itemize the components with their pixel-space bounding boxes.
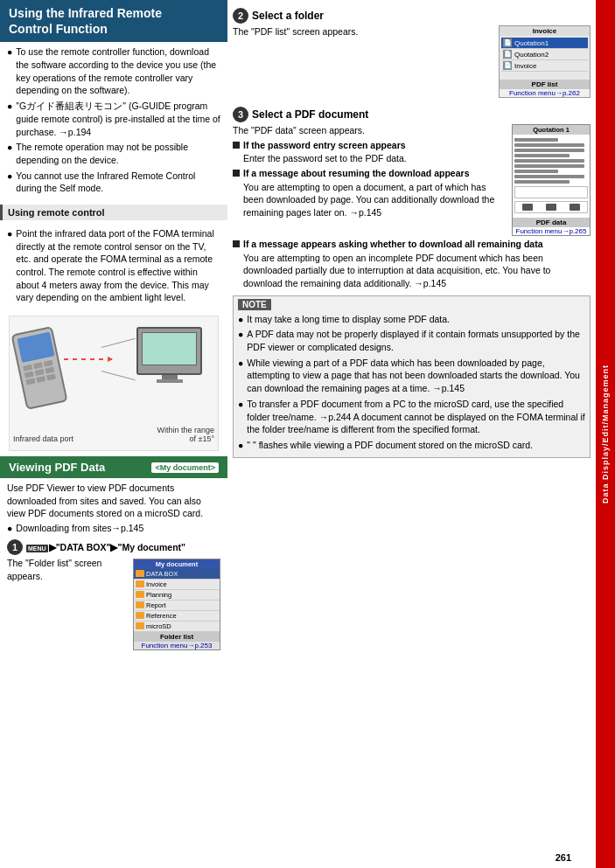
within-range-label: Within the rangeof ±15° <box>157 426 214 443</box>
note-box: NOTE ● It may take a long time to displa… <box>233 295 591 458</box>
sub-item-password: If the password entry screen appears <box>233 140 507 152</box>
sidebar-right: Data Display/Edit/Management <box>596 0 615 868</box>
step2-body: Invoice 📄 Quotation1 📄 Quotation2 📄 I <box>233 25 591 101</box>
list-item: ● Point the infrared data port of the FO… <box>7 227 220 304</box>
right-column: 2 Select a folder Invoice 📄 Quotation1 📄 <box>227 0 596 868</box>
pdf-list-screen: Invoice 📄 Quotation1 📄 Quotation2 📄 I <box>499 25 591 98</box>
list-item: ● While viewing a part of a PDF data whi… <box>238 357 585 395</box>
infrared-illustration: ▶ Infrared data port Within the rangeof … <box>9 316 219 451</box>
sidebar-label: Data Display/Edit/Management <box>601 365 610 503</box>
list-item: ● To transfer a PDF document from a PC t… <box>238 398 585 436</box>
page: Using the Infrared Remote Control Functi… <box>0 0 615 868</box>
list-item: ● A PDF data may not be properly display… <box>238 328 585 353</box>
step3-body: Quotation 1 <box>233 124 591 236</box>
step-1: 1 MENU▶"DATA BOX"▶"My document" The "Fol… <box>7 539 220 652</box>
list-item: ● You cannot use the Infrared Remote Con… <box>7 170 220 195</box>
remote-control-bullets: ● Point the infrared data port of the FO… <box>0 224 227 310</box>
pdf-data-screen: Quotation 1 <box>512 124 591 236</box>
list-item: ● To use the remote controller function,… <box>7 45 220 97</box>
viewing-pdf-header: Viewing PDF Data <My document> <box>0 456 227 478</box>
step-2: 2 Select a folder Invoice 📄 Quotation1 📄 <box>233 8 591 101</box>
page-number: 261 <box>556 852 571 863</box>
sub-item-resume: If a message about resuming the download… <box>233 168 507 180</box>
sub-section-title: Using remote control <box>0 205 227 220</box>
left-column: Using the Infrared Remote Control Functi… <box>0 0 227 868</box>
list-item: ● It may take a long time to display som… <box>238 313 585 326</box>
step1-body: The "Folder list" screen appears. My doc… <box>7 557 220 652</box>
step1-path: MENU▶"DATA BOX"▶"My document" <box>26 542 185 552</box>
list-item: ● Downloading from sites→p.145 <box>7 522 220 535</box>
phone-illustration <box>10 326 67 410</box>
tv-illustration <box>136 327 202 383</box>
ir-beam <box>64 358 112 360</box>
page-title: Using the Infrared Remote Control Functi… <box>0 0 227 42</box>
infrared-label: Infrared data port <box>13 434 73 443</box>
folder-list-screen: My document DATA BOX Invoice Planning <box>133 559 220 650</box>
main-bullets: ● To use the remote controller function,… <box>0 42 227 201</box>
list-item: ● "Gガイド番組表リモコン" (G-GUIDE program guide r… <box>7 100 220 138</box>
pdf-intro: Use PDF Viewer to view PDF documents dow… <box>0 478 227 656</box>
sub-item-download-all: If a message appears asking whether to d… <box>233 239 591 251</box>
step-3: 3 Select a PDF document Quotation 1 <box>233 107 591 290</box>
list-item: ● " " flashes while viewing a PDF docume… <box>238 439 585 452</box>
list-item: ● The remote operation may not be possib… <box>7 141 220 166</box>
